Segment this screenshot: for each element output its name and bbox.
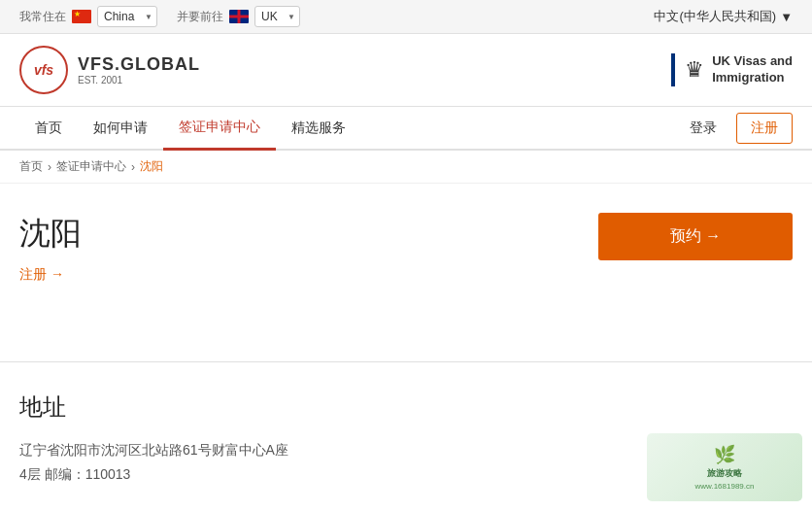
register-button[interactable]: 注册 [736,113,793,144]
main-nav: 首页 如何申请 签证申请中心 精选服务 登录 注册 [0,107,812,151]
uk-flag-icon [229,10,249,23]
going-to-selector: 并要前往 UK [177,6,300,27]
china-flag-icon [72,10,91,23]
logo-subtitle: EST. 2001 [78,75,200,85]
watermark-inner: 🌿 旅游攻略 www.1681989.cn [695,444,755,491]
nav-premium-services[interactable]: 精选服务 [276,108,361,149]
country-to-wrapper[interactable]: UK [254,6,300,27]
logo-text-block: VFS.GLOBAL EST. 2001 [78,54,200,85]
country-from-select[interactable]: China [97,6,157,27]
breadcrumb-sep1: › [48,160,51,174]
country-to-select[interactable]: UK [254,6,300,27]
header: vfs VFS.GLOBAL EST. 2001 ♛ UK Visas and … [0,34,812,107]
uk-visa-logo: ♛ UK Visas and Immigration [671,53,793,86]
language-label: 中文(中华人民共和国) [654,8,776,25]
uk-visa-line2: Immigration [712,70,793,86]
breadcrumb-visa-center[interactable]: 签证申请中心 [56,158,126,175]
uk-visa-line1: UK Visas and [712,53,793,70]
watermark-logo-icon: 🌿 [714,444,735,465]
breadcrumb: 首页 › 签证申请中心 › 沈阳 [0,151,812,184]
uk-visa-text: UK Visas and Immigration [712,53,793,86]
watermark-brand: 旅游攻略 [707,467,742,480]
vfs-logo-icon: vfs [19,46,68,94]
address-title: 地址 [19,392,793,423]
language-selector[interactable]: 中文(中华人民共和国) ▼ [654,8,793,25]
breadcrumb-home[interactable]: 首页 [19,158,43,175]
watermark: 🌿 旅游攻略 www.1681989.cn [647,433,802,501]
nav-visa-center[interactable]: 签证申请中心 [163,107,276,151]
nav-home[interactable]: 首页 [19,108,78,149]
book-appointment-button[interactable]: 预约 → [598,213,793,260]
watermark-url: www.1681989.cn [695,482,755,491]
top-bar-left: 我常住在 China 并要前往 UK [19,6,634,27]
language-arrow-icon: ▼ [780,10,793,24]
nav-how-to-apply[interactable]: 如何申请 [78,108,163,149]
logo-area: vfs VFS.GLOBAL EST. 2001 [19,46,200,94]
breadcrumb-sep2: › [131,160,135,174]
register-link[interactable]: 注册 → [19,266,64,284]
nav-auth: 登录 注册 [680,113,793,144]
nav-links: 首页 如何申请 签证申请中心 精选服务 [19,107,680,149]
going-to-label: 并要前往 [177,9,223,25]
login-button[interactable]: 登录 [680,114,727,143]
live-in-selector: 我常住在 China [19,6,157,27]
crown-icon: ♛ [685,57,704,83]
top-bar: 我常住在 China 并要前往 UK 中文(中华人民共和国) ▼ [0,0,812,34]
country-from-wrapper[interactable]: China [97,6,157,27]
main-content: 沈阳 注册 → 预约 → [0,184,812,332]
live-in-label: 我常住在 [19,9,66,25]
divider [0,361,812,362]
breadcrumb-current: 沈阳 [140,158,163,175]
logo-brand: VFS.GLOBAL [78,54,200,75]
